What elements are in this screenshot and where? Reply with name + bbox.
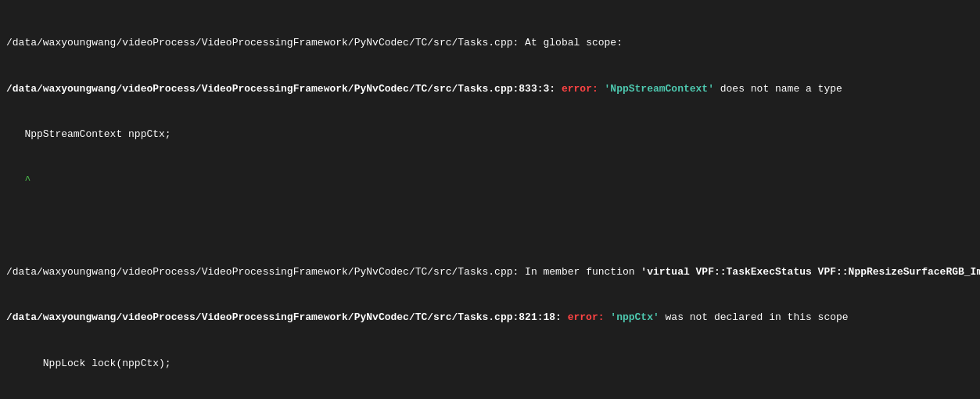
line-3: NppStreamContext nppCtx; [6, 127, 974, 142]
line-2: /data/waxyoungwang/videoProcess/VideoPro… [6, 81, 974, 97]
path-text: /data/waxyoungwang/videoProcess/VideoPro… [6, 37, 513, 49]
terminal-output: /data/waxyoungwang/videoProcess/VideoPro… [0, 0, 980, 399]
line-6: /data/waxyoungwang/videoProcess/VideoPro… [6, 264, 974, 280]
line-4: ^ [6, 173, 974, 189]
line-7: /data/waxyoungwang/videoProcess/VideoPro… [6, 310, 974, 325]
line-5 [6, 218, 974, 234]
line-8: NppLock lock(nppCtx); [6, 356, 974, 372]
line-1: /data/waxyoungwang/videoProcess/VideoPro… [6, 35, 974, 51]
